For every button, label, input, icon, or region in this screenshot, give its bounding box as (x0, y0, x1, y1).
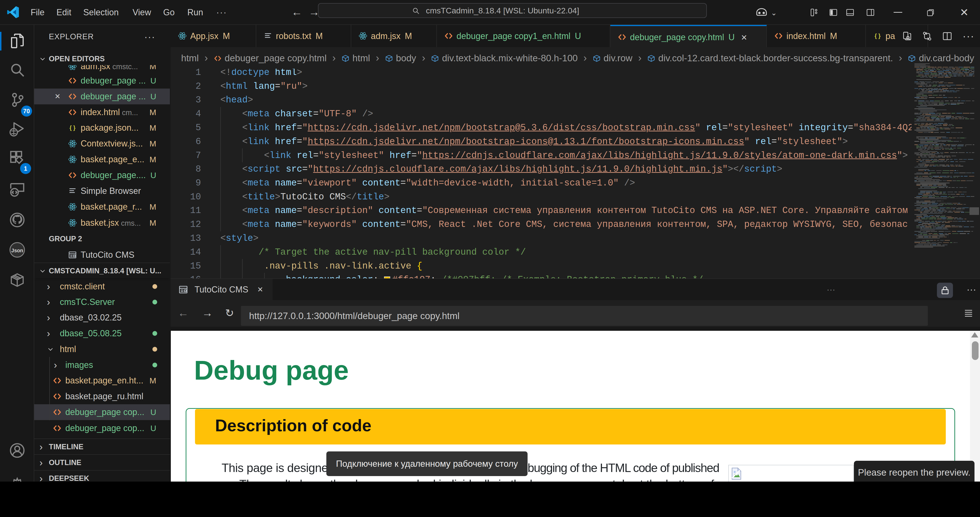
svg-text:Json: Json (11, 248, 23, 254)
